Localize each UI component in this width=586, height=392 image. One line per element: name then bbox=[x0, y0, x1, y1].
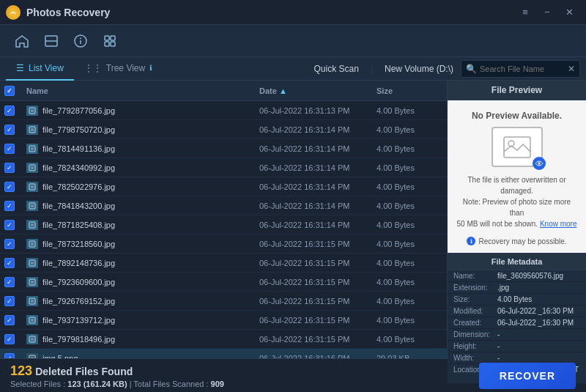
row-size: 4.00 Bytes bbox=[377, 221, 442, 229]
tab-tree-view[interactable]: ⋮⋮ Tree View ℹ bbox=[74, 57, 163, 81]
svg-rect-10 bbox=[29, 108, 35, 114]
table-row[interactable]: ✓ file_7873218560.jpg 06-Jul-2022 16:31:… bbox=[0, 234, 447, 254]
table-row[interactable]: ✓ file_7792877056.jpg 06-Jul-2022 16:31:… bbox=[0, 101, 447, 120]
row-checkbox[interactable]: ✓ bbox=[4, 106, 26, 116]
know-more-link[interactable]: Know more bbox=[540, 220, 577, 228]
svg-rect-8 bbox=[105, 42, 109, 46]
file-type-icon bbox=[26, 144, 38, 154]
no-preview-text: No Preview Available. bbox=[472, 111, 562, 121]
apps-button[interactable] bbox=[97, 28, 123, 54]
preview-description: The file is either overwritten ordamaged… bbox=[455, 174, 579, 229]
checkbox-checked[interactable]: ✓ bbox=[4, 125, 15, 135]
checkbox-checked[interactable]: ✓ bbox=[4, 163, 15, 173]
menu-button[interactable]: ≡ bbox=[514, 1, 536, 23]
row-checkbox[interactable]: ✓ bbox=[4, 258, 26, 268]
row-size: 4.00 Bytes bbox=[377, 201, 442, 210]
svg-rect-34 bbox=[29, 260, 35, 266]
metadata-label: Width: bbox=[453, 354, 497, 362]
row-date: 06-Jul-2022 16:31:14 PM bbox=[259, 221, 377, 229]
row-size: 4.00 Bytes bbox=[377, 182, 442, 191]
row-size: 4.00 Bytes bbox=[377, 163, 442, 172]
row-checkbox[interactable]: ✓ bbox=[4, 334, 26, 344]
home-button[interactable] bbox=[9, 28, 35, 54]
status-bar: 123 Deleted Files Found Selected Files :… bbox=[0, 358, 586, 392]
metadata-row: Created: 06-Jul-2022 _16:30 PM bbox=[448, 317, 586, 329]
checkbox-checked[interactable]: ✓ bbox=[4, 220, 15, 230]
checkbox-checked[interactable]: ✓ bbox=[4, 315, 15, 325]
table-row[interactable]: ✓ file_7979818496.jpg 06-Jul-2022 16:31:… bbox=[0, 330, 447, 349]
file-type-icon bbox=[26, 258, 38, 268]
title-bar: Photos Recovery ≡ − ✕ bbox=[0, 0, 586, 25]
info-button[interactable] bbox=[67, 28, 94, 54]
status-left: 123 Deleted Files Found Selected Files :… bbox=[10, 363, 224, 388]
file-name: file_7892148736.jpg bbox=[42, 259, 115, 267]
row-checkbox[interactable]: ✓ bbox=[4, 163, 26, 173]
select-all-checkbox[interactable]: ✓ bbox=[4, 86, 15, 96]
row-checkbox[interactable]: ✓ bbox=[4, 296, 26, 306]
header-name[interactable]: Name bbox=[26, 86, 259, 95]
svg-rect-40 bbox=[29, 298, 35, 304]
file-type-icon bbox=[26, 163, 38, 173]
row-checkbox[interactable]: ✓ bbox=[4, 144, 26, 154]
table-row[interactable]: ✓ file_7798750720.jpg 06-Jul-2022 16:31:… bbox=[0, 120, 447, 139]
checkbox-checked[interactable]: ✓ bbox=[4, 277, 15, 287]
preview-eye-icon bbox=[533, 157, 546, 170]
row-date: 06-Jul-2022 16:31:14 PM bbox=[259, 201, 377, 210]
close-button[interactable]: ✕ bbox=[558, 1, 580, 23]
recover-button[interactable]: RECOVER bbox=[479, 363, 576, 389]
table-row[interactable]: ✓ img 5.png 06-Jul-2022 16:31:16 PM 29.0… bbox=[0, 349, 447, 358]
search-icon: 🔍 bbox=[466, 64, 477, 74]
row-checkbox[interactable]: ✓ bbox=[4, 239, 26, 249]
table-row[interactable]: ✓ file_7825022976.jpg 06-Jul-2022 16:31:… bbox=[0, 177, 447, 196]
row-checkbox[interactable]: ✓ bbox=[4, 201, 26, 211]
app-logo bbox=[6, 5, 21, 20]
table-row[interactable]: ✓ file_7814491136.jpg 06-Jul-2022 16:31:… bbox=[0, 139, 447, 158]
row-checkbox[interactable]: ✓ bbox=[4, 353, 26, 359]
row-checkbox[interactable]: ✓ bbox=[4, 220, 26, 230]
checkbox-checked[interactable]: ✓ bbox=[4, 258, 15, 268]
checkbox-checked[interactable]: ✓ bbox=[4, 296, 15, 306]
row-date: 06-Jul-2022 16:31:14 PM bbox=[259, 163, 377, 172]
search-input[interactable] bbox=[480, 64, 568, 73]
tab-list-view[interactable]: ☰ List View bbox=[6, 57, 74, 81]
row-checkbox[interactable]: ✓ bbox=[4, 125, 26, 135]
checkbox-checked[interactable]: ✓ bbox=[4, 106, 15, 116]
header-size[interactable]: Size bbox=[377, 86, 442, 95]
table-row[interactable]: ✓ file_7937139712.jpg 06-Jul-2022 16:31:… bbox=[0, 311, 447, 330]
row-checkbox[interactable]: ✓ bbox=[4, 277, 26, 287]
total-scanned-value: 909 bbox=[211, 380, 224, 388]
checkbox-checked[interactable]: ✓ bbox=[4, 182, 15, 192]
row-size: 4.00 Bytes bbox=[377, 259, 442, 267]
checkbox-checked[interactable]: ✓ bbox=[4, 334, 15, 344]
file-name: file_7792877056.jpg bbox=[42, 106, 115, 115]
metadata-header: File Metadata bbox=[448, 254, 586, 270]
row-name: file_7841843200.jpg bbox=[26, 201, 259, 211]
checkbox-checked[interactable]: ✓ bbox=[4, 353, 15, 359]
svg-rect-16 bbox=[29, 146, 35, 152]
table-row[interactable]: ✓ file_7923609600.jpg 06-Jul-2022 16:31:… bbox=[0, 273, 447, 292]
search-clear-icon[interactable]: ✕ bbox=[568, 64, 575, 74]
scan-button[interactable] bbox=[38, 28, 64, 54]
table-row[interactable]: ✓ file_7892148736.jpg 06-Jul-2022 16:31:… bbox=[0, 254, 447, 273]
search-box[interactable]: 🔍 ✕ bbox=[461, 60, 580, 78]
list-view-label: List View bbox=[29, 63, 64, 73]
minimize-button[interactable]: − bbox=[536, 1, 558, 23]
row-checkbox[interactable]: ✓ bbox=[4, 182, 26, 192]
table-row[interactable]: ✓ file_7926769152.jpg 06-Jul-2022 16:31:… bbox=[0, 292, 447, 311]
recovery-note: ℹ Recovery may be possible. bbox=[467, 237, 566, 245]
checkbox-checked[interactable]: ✓ bbox=[4, 239, 15, 249]
table-row[interactable]: ✓ file_7841843200.jpg 06-Jul-2022 16:31:… bbox=[0, 196, 447, 215]
table-row[interactable]: ✓ file_7871825408.jpg 06-Jul-2022 16:31:… bbox=[0, 215, 447, 234]
file-name: file_7825022976.jpg bbox=[42, 182, 115, 191]
metadata-label: Height: bbox=[453, 342, 497, 350]
file-name: file_7923609600.jpg bbox=[42, 278, 115, 286]
checkbox-checked[interactable]: ✓ bbox=[4, 201, 15, 211]
checkbox-checked[interactable]: ✓ bbox=[4, 144, 15, 154]
file-type-icon bbox=[26, 239, 38, 249]
header-date[interactable]: Date ▲ bbox=[259, 86, 377, 95]
tree-view-icon: ⋮⋮ bbox=[84, 63, 102, 73]
table-row[interactable]: ✓ file_7824340992.jpg 06-Jul-2022 16:31:… bbox=[0, 158, 447, 177]
file-name: file_7873218560.jpg bbox=[42, 240, 115, 248]
file-type-icon bbox=[26, 296, 38, 306]
row-checkbox[interactable]: ✓ bbox=[4, 315, 26, 325]
